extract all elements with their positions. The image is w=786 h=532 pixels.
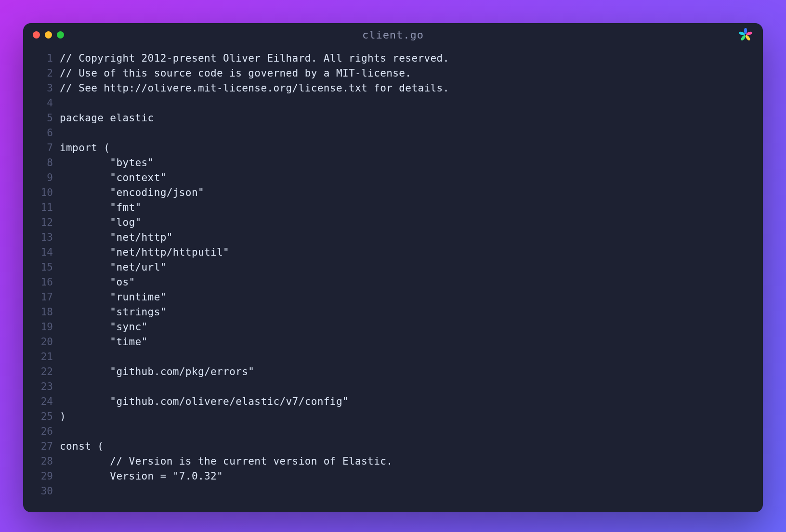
code-line: 9 "context" xyxy=(23,170,763,185)
code-line: 2 // Use of this source code is governed… xyxy=(23,66,763,81)
code-line: 11 "fmt" xyxy=(23,200,763,215)
code-line: 18 "strings" xyxy=(23,305,763,320)
line-content: Version = "7.0.32" xyxy=(60,469,223,484)
svg-point-3 xyxy=(740,34,747,41)
code-line: 1 // Copyright 2012-present Oliver Eilha… xyxy=(23,51,763,66)
line-number: 30 xyxy=(23,484,60,499)
editor-window: client.go 1 // Copyright 2012-present Ol… xyxy=(23,23,763,512)
line-content: "bytes" xyxy=(60,156,154,170)
line-number: 8 xyxy=(23,156,60,170)
line-number: 22 xyxy=(23,364,60,379)
code-line: 30 xyxy=(23,484,763,499)
line-number: 15 xyxy=(23,260,60,275)
line-number: 6 xyxy=(23,126,60,141)
code-line: 3 // See http://olivere.mit-license.org/… xyxy=(23,81,763,96)
line-number: 14 xyxy=(23,245,60,260)
line-content: "strings" xyxy=(60,305,167,320)
code-area[interactable]: 1 // Copyright 2012-present Oliver Eilha… xyxy=(23,46,763,512)
line-number: 13 xyxy=(23,230,60,245)
line-number: 1 xyxy=(23,51,60,66)
code-line: 5 package elastic xyxy=(23,111,763,126)
line-content: // Copyright 2012-present Oliver Eilhard… xyxy=(60,51,449,66)
line-content: "context" xyxy=(60,170,167,185)
code-line: 6 xyxy=(23,126,763,141)
line-content: const ( xyxy=(60,439,104,454)
code-line: 25 ) xyxy=(23,409,763,424)
code-line: 8 "bytes" xyxy=(23,156,763,170)
code-line: 12 "log" xyxy=(23,215,763,230)
line-content: "net/url" xyxy=(60,260,167,275)
code-line: 29 Version = "7.0.32" xyxy=(23,469,763,484)
line-number: 5 xyxy=(23,111,60,126)
code-line: 28 // Version is the current version of … xyxy=(23,454,763,469)
line-number: 10 xyxy=(23,185,60,200)
line-content: "sync" xyxy=(60,320,148,335)
minimize-button[interactable] xyxy=(45,31,52,39)
line-number: 7 xyxy=(23,141,60,156)
line-number: 21 xyxy=(23,350,60,364)
code-line: 15 "net/url" xyxy=(23,260,763,275)
app-logo-icon xyxy=(739,28,752,41)
code-line: 23 xyxy=(23,379,763,394)
line-number: 20 xyxy=(23,335,60,350)
titlebar: client.go xyxy=(23,23,763,46)
line-number: 3 xyxy=(23,81,60,96)
line-content: import ( xyxy=(60,141,110,156)
code-line: 27 const ( xyxy=(23,439,763,454)
code-line: 20 "time" xyxy=(23,335,763,350)
code-line: 10 "encoding/json" xyxy=(23,185,763,200)
svg-point-2 xyxy=(745,34,751,41)
line-number: 26 xyxy=(23,424,60,439)
line-content: package elastic xyxy=(60,111,154,126)
line-content: // Use of this source code is governed b… xyxy=(60,66,411,81)
line-content: "net/http" xyxy=(60,230,173,245)
line-number: 18 xyxy=(23,305,60,320)
svg-point-0 xyxy=(744,28,747,34)
code-line: 14 "net/http/httputil" xyxy=(23,245,763,260)
line-number: 25 xyxy=(23,409,60,424)
line-number: 19 xyxy=(23,320,60,335)
close-button[interactable] xyxy=(33,31,40,39)
code-line: 17 "runtime" xyxy=(23,290,763,305)
line-content: "runtime" xyxy=(60,290,167,305)
line-content: "time" xyxy=(60,335,148,350)
line-number: 4 xyxy=(23,96,60,111)
code-line: 24 "github.com/olivere/elastic/v7/config… xyxy=(23,394,763,409)
window-title: client.go xyxy=(362,29,424,41)
code-line: 4 xyxy=(23,96,763,111)
line-content: // See http://olivere.mit-license.org/li… xyxy=(60,81,449,96)
code-line: 16 "os" xyxy=(23,275,763,290)
code-line: 13 "net/http" xyxy=(23,230,763,245)
line-number: 28 xyxy=(23,454,60,469)
maximize-button[interactable] xyxy=(57,31,64,39)
line-content: "github.com/pkg/errors" xyxy=(60,364,254,379)
line-number: 12 xyxy=(23,215,60,230)
line-content: "net/http/httputil" xyxy=(60,245,229,260)
line-content: "github.com/olivere/elastic/v7/config" xyxy=(60,394,349,409)
line-number: 17 xyxy=(23,290,60,305)
code-line: 26 xyxy=(23,424,763,439)
line-content: ) xyxy=(60,409,66,424)
line-number: 29 xyxy=(23,469,60,484)
traffic-lights xyxy=(33,31,64,39)
line-number: 11 xyxy=(23,200,60,215)
line-content: "fmt" xyxy=(60,200,142,215)
line-content: "log" xyxy=(60,215,142,230)
line-number: 16 xyxy=(23,275,60,290)
line-number: 24 xyxy=(23,394,60,409)
line-content: "encoding/json" xyxy=(60,185,204,200)
line-number: 9 xyxy=(23,170,60,185)
code-line: 7 import ( xyxy=(23,141,763,156)
line-content: "os" xyxy=(60,275,135,290)
line-number: 23 xyxy=(23,379,60,394)
line-number: 27 xyxy=(23,439,60,454)
line-content: // Version is the current version of Ela… xyxy=(60,454,393,469)
line-number: 2 xyxy=(23,66,60,81)
code-line: 19 "sync" xyxy=(23,320,763,335)
code-line: 21 xyxy=(23,350,763,364)
code-line: 22 "github.com/pkg/errors" xyxy=(23,364,763,379)
